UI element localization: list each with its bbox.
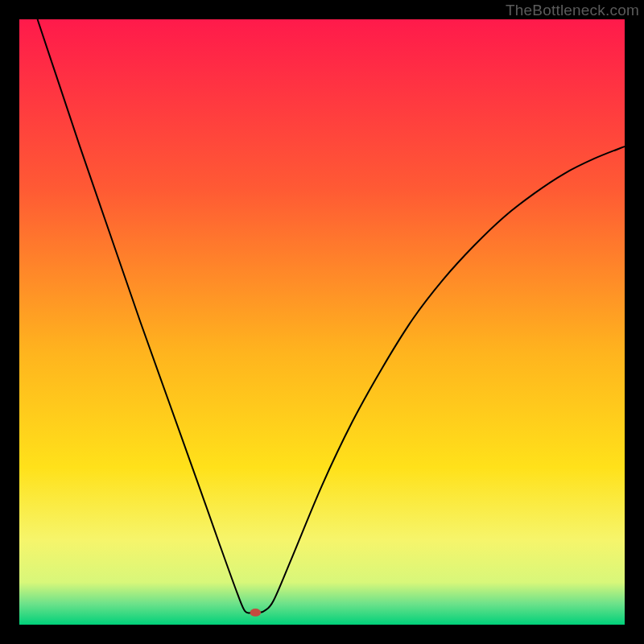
attribution-label: TheBottleneck.com <box>506 2 639 19</box>
optimum-marker <box>250 609 262 617</box>
chart-frame: TheBottleneck.com <box>0 0 644 644</box>
plot-area <box>19 19 625 625</box>
chart-svg <box>19 19 625 625</box>
heat-background <box>19 19 625 625</box>
